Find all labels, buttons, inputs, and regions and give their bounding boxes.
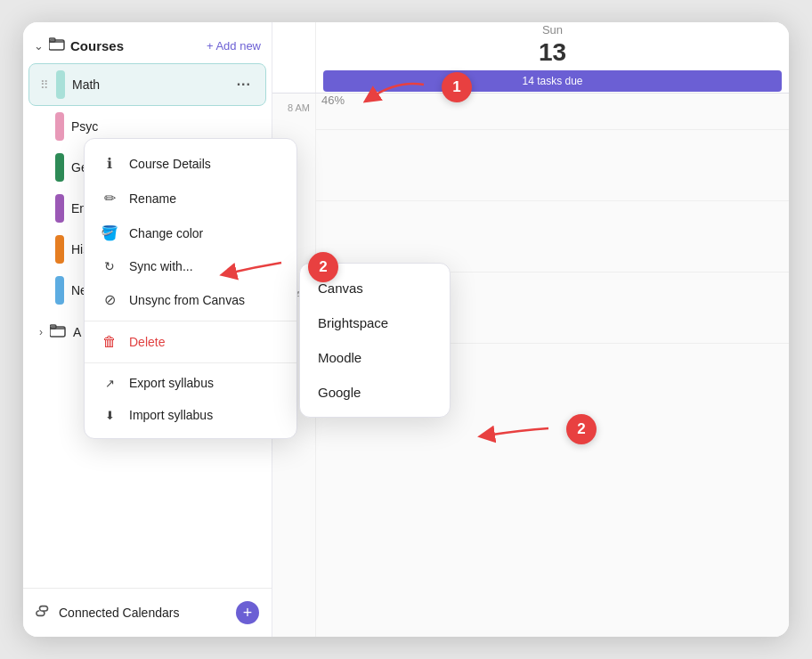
info-icon: ℹ [101,155,118,172]
menu-item-import-syllabus[interactable]: ⬇ Import syllabus [85,399,296,431]
sync-submenu: Canvas Brightspace Moodle Google [299,263,451,418]
connected-calendars-label: Connected Calendars [59,606,229,620]
course-color-eng [55,194,64,223]
menu-item-sync-with[interactable]: ↻ Sync with... [85,250,296,282]
menu-label-rename: Rename [129,191,176,206]
menu-item-course-details[interactable]: ℹ Course Details [85,146,296,181]
annotation-circle-1: 1 [442,72,472,102]
course-color-new [55,276,64,305]
course-color-psych [55,112,64,141]
sync-icon: ↻ [101,259,118,273]
trash-icon: 🗑 [101,334,118,350]
annotation-number-2b: 2 [577,420,585,438]
courses-label: Courses [70,38,201,53]
menu-label-delete: Delete [129,335,165,349]
link-icon [36,605,52,621]
unsync-icon: ⊘ [101,291,118,308]
annotation-number-1: 1 [452,78,460,96]
pencil-icon: ✏ [101,190,118,207]
day-name: Sun [542,23,563,37]
annotation-number-2a: 2 [319,258,327,276]
calendar-header: Sun 13 14 tasks due [272,22,789,94]
courses-header: ⌄ Courses + Add new [23,37,272,63]
sync-item-google[interactable]: Google [300,375,450,410]
add-calendar-button[interactable]: + [236,601,259,624]
menu-separator [85,321,296,321]
more-options-button-math[interactable]: ··· [233,75,255,94]
menu-label-export-syllabus: Export syllabus [129,376,214,390]
tasks-due-bar[interactable]: 14 tasks due [323,70,782,92]
hour-line-2 [316,200,789,201]
hour-line-1 [316,129,789,130]
context-menu: ℹ Course Details ✏ Rename 🪣 Change color… [84,138,297,439]
export-icon: ↗ [101,377,118,390]
courses-chevron-icon[interactable]: ⌄ [34,39,44,53]
menu-label-change-color: Change color [129,226,203,240]
annotation-circle-2b: 2 [566,414,597,444]
courses-folder-icon [49,37,65,54]
menu-label-sync-with: Sync with... [129,259,193,273]
menu-label-course-details: Course Details [129,157,211,171]
archive-folder-icon [50,323,66,340]
menu-item-unsync[interactable]: ⊘ Unsync from Canvas [85,282,296,317]
course-color-geo [55,153,64,182]
menu-label-import-syllabus: Import syllabus [129,408,213,422]
percentage-label: 46% [321,94,345,107]
archive-label: A [73,325,81,339]
day-number: 13 [539,38,566,67]
connected-calendars-section: Connected Calendars + [23,588,272,637]
archive-chevron-icon: › [39,326,43,338]
menu-item-change-color[interactable]: 🪣 Change color [85,216,296,250]
time-label-8am: 8 AM [288,102,310,113]
menu-separator-2 [85,362,296,363]
add-new-button[interactable]: + Add new [207,39,261,53]
sync-item-moodle[interactable]: Moodle [300,340,450,375]
sync-item-brightspace[interactable]: Brightspace [300,305,450,340]
course-item-math[interactable]: ⠿ Math ··· [28,63,266,106]
bucket-icon: 🪣 [101,224,118,241]
course-name-math: Math [72,77,226,92]
time-gutter [272,22,315,93]
import-icon: ⬇ [101,409,118,422]
course-name-psych: Psyc [71,119,256,134]
course-color-math [56,70,65,99]
menu-item-delete[interactable]: 🗑 Delete [85,325,296,359]
menu-label-unsync: Unsync from Canvas [129,293,245,307]
day-column-sun: Sun 13 14 tasks due [315,22,789,93]
app-container: ⌄ Courses + Add new ⠿ Math ··· [23,22,789,637]
course-color-hist [55,235,64,264]
menu-item-export-syllabus[interactable]: ↗ Export syllabus [85,367,296,399]
menu-item-rename[interactable]: ✏ Rename [85,181,296,216]
drag-handle-icon: ⠿ [40,78,49,92]
annotation-circle-2a: 2 [308,252,338,282]
